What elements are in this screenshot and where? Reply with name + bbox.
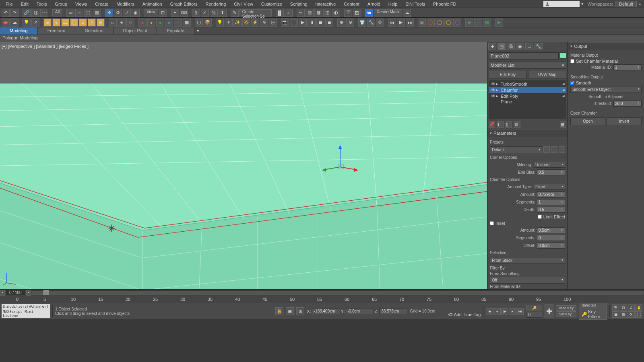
timeline-track[interactable]: [31, 290, 644, 295]
segments-spinner[interactable]: ▲▼: [537, 199, 565, 205]
ribbon-tab-populate[interactable]: Populate: [157, 27, 194, 35]
rollout-output[interactable]: ▾Output: [568, 42, 644, 50]
percent-snap-button[interactable]: %: [210, 9, 218, 17]
plane-icon[interactable]: ▱: [109, 19, 117, 27]
goto-start-button[interactable]: ⏮: [486, 308, 493, 315]
red-sphere-icon[interactable]: ●: [138, 19, 147, 27]
amount-spinner[interactable]: ▲▼: [537, 191, 565, 197]
pin-stack-icon[interactable]: 📌: [489, 121, 495, 128]
object-color-chip[interactable]: [560, 52, 566, 59]
light1-icon[interactable]: 💡: [216, 19, 224, 27]
modifier-stack[interactable]: 👁▸TurboSmooth◂ 👁▸Chamfer◂ 👁▸Edit Poly◂ P…: [489, 80, 566, 119]
link-button[interactable]: 🔗: [23, 9, 31, 17]
end-bias-spinner[interactable]: ▲▼: [537, 169, 565, 175]
container-icon[interactable]: 📦: [204, 19, 212, 27]
play-icon[interactable]: ▶: [397, 19, 405, 27]
modifier-list-dropdown[interactable]: Modifier List ▾: [489, 62, 566, 69]
zoom-extents-icon[interactable]: ▣: [612, 311, 619, 318]
snap-toggle-button[interactable]: 3: [192, 9, 200, 17]
curve-editor-button[interactable]: ▦: [314, 9, 322, 17]
arrow-icon[interactable]: ↗: [31, 19, 39, 27]
orange-sphere-icon[interactable]: ●: [147, 19, 155, 27]
green-node-icon[interactable]: ◉: [465, 19, 473, 27]
ribbon-tab-freeform[interactable]: Freeform: [38, 27, 76, 35]
light-bulb-icon[interactable]: 💡: [23, 19, 31, 27]
edit-poly-button[interactable]: Edit Poly: [489, 71, 527, 78]
key-filters-button[interactable]: 🔑Key Filters...: [579, 309, 607, 320]
edit-named-sel-button[interactable]: ✎: [231, 9, 239, 17]
preset-load-icon[interactable]: [551, 146, 557, 153]
play-button[interactable]: ▶: [501, 308, 508, 315]
z-coord-input[interactable]: 33.573cm: [379, 308, 407, 314]
select-rotate-button[interactable]: ⟳: [114, 9, 122, 17]
light4-icon[interactable]: 🔆: [242, 19, 250, 27]
schematic-view-button[interactable]: ◫: [323, 9, 331, 17]
multi-sphere-icon[interactable]: ⁘: [174, 19, 182, 27]
rendered-frame-button[interactable]: 🖼: [353, 9, 361, 17]
menu-customize[interactable]: Customize: [257, 1, 286, 7]
menu-grapheditors[interactable]: Graph Editors: [166, 1, 202, 7]
motion-tab-icon[interactable]: ◉: [516, 43, 524, 50]
x-coord-input[interactable]: -133.409cm: [312, 308, 340, 314]
ribbon-tab-objectpaint[interactable]: Object Paint: [114, 27, 157, 35]
redo-button[interactable]: ↷: [10, 9, 19, 17]
zoom-all-icon[interactable]: ⊡: [620, 304, 627, 311]
configure-sets-icon[interactable]: ▦: [560, 121, 566, 128]
show-result-icon[interactable]: ℹ: [497, 121, 504, 128]
cam5-icon[interactable]: ⏹: [316, 19, 324, 27]
utilities-tab-icon[interactable]: 🔧: [535, 43, 543, 50]
yellow2-circle-icon[interactable]: ◯: [444, 19, 452, 27]
blue-sphere-icon[interactable]: ●: [165, 19, 173, 27]
auto-key-button[interactable]: Auto Key: [556, 305, 576, 311]
transform-type-icon[interactable]: ⊞: [296, 307, 304, 315]
goto-end-button[interactable]: ⏭: [516, 308, 524, 315]
prev-frame-button[interactable]: ◂: [493, 308, 501, 315]
green-grid-icon[interactable]: ▦: [483, 19, 491, 27]
selection-filter[interactable]: All: [52, 9, 62, 16]
angle-snap-button[interactable]: ∠: [201, 9, 209, 17]
undo-button[interactable]: ↶: [2, 9, 10, 17]
rollout-parameters[interactable]: ▾Parameters: [487, 129, 568, 137]
user-signin[interactable]: [543, 1, 580, 7]
current-frame-input[interactable]: 0: [526, 312, 542, 318]
named-selection-dropdown[interactable]: Create Selection Se: [239, 9, 272, 16]
cam4-icon[interactable]: ⏸: [308, 19, 316, 27]
smooth-checkbox[interactable]: Smooth: [570, 80, 642, 85]
object-name-input[interactable]: Plane002: [489, 52, 559, 60]
toggle-explorer-button[interactable]: ▤: [305, 9, 314, 17]
pan-icon[interactable]: ✋: [635, 304, 642, 311]
create-tab-icon[interactable]: ✚: [488, 43, 496, 50]
select-scale-button[interactable]: ⤢: [123, 9, 131, 17]
light5-icon[interactable]: ⚡: [251, 19, 259, 27]
render-button[interactable]: ☁: [403, 9, 411, 17]
stack-item-chamfer[interactable]: 👁▸Chamfer◂: [489, 87, 566, 93]
remove-mod-icon[interactable]: 🗑: [514, 121, 520, 128]
tool-b-icon[interactable]: ⚙: [376, 19, 384, 27]
menu-phoenixfd[interactable]: Phoenix FD: [429, 1, 460, 7]
maxscript-listener-input[interactable]: MAXScript Mini Listene: [2, 309, 50, 318]
render-setup-button[interactable]: 🎬: [344, 9, 352, 17]
menu-arnold[interactable]: Arnold: [363, 1, 384, 7]
smooth-mode-dropdown[interactable]: Smooth Entire Object: [570, 86, 642, 93]
cone-primitive-icon[interactable]: ▲: [79, 19, 87, 27]
preset-save-icon[interactable]: [543, 146, 550, 153]
select-by-name-button[interactable]: ≡: [75, 9, 83, 17]
selection-source-dropdown[interactable]: From Stack: [490, 257, 565, 264]
hierarchy-tab-icon[interactable]: 品: [507, 43, 515, 50]
cam1-icon[interactable]: 📷: [281, 19, 289, 27]
box-tool-icon[interactable]: ▢: [195, 19, 203, 27]
light6-icon[interactable]: ※: [260, 19, 268, 27]
zoom-icon[interactable]: 🔍: [612, 304, 619, 311]
torus-primitive-icon[interactable]: ◯: [70, 19, 78, 27]
align-button[interactable]: ⫨: [285, 9, 293, 17]
window-crossing-button[interactable]: ▦: [93, 9, 101, 17]
tube-primitive-icon[interactable]: ◉: [97, 19, 105, 27]
red-circle-icon[interactable]: ◯: [427, 19, 435, 27]
prev-key-icon[interactable]: ⏮: [388, 19, 396, 27]
preset-delete-icon[interactable]: [559, 146, 565, 153]
mirror-button[interactable]: ▐▌: [276, 9, 284, 17]
ribbon-tab-selection[interactable]: Selection: [75, 27, 113, 35]
manipulate-button[interactable]: ✦: [171, 9, 179, 17]
menu-rendering[interactable]: Rendering: [202, 1, 230, 7]
select-move-button[interactable]: ✥: [105, 9, 113, 17]
